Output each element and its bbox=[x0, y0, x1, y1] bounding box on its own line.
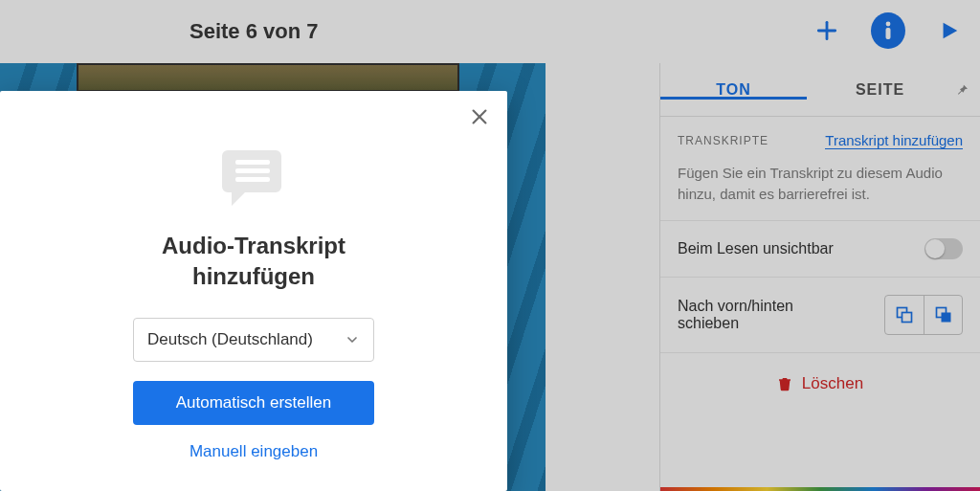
modal-title-line1: Audio-Transkript bbox=[162, 231, 345, 261]
play-button[interactable] bbox=[932, 13, 967, 48]
send-backward-button[interactable] bbox=[885, 296, 924, 334]
add-transcript-modal: Audio-Transkript hinzufügen Deutsch (Deu… bbox=[0, 91, 507, 491]
page-title: Seite 6 von 7 bbox=[189, 19, 319, 44]
language-select[interactable]: Deutsch (Deutschland) bbox=[133, 318, 374, 362]
modal-title-line2: hinzufügen bbox=[162, 261, 345, 292]
header-actions bbox=[810, 13, 967, 48]
media-thumbnail bbox=[77, 63, 459, 92]
svg-rect-8 bbox=[941, 312, 950, 322]
panel-tabs: TON SEITE bbox=[660, 63, 980, 117]
transcript-icon bbox=[220, 146, 287, 208]
add-button[interactable] bbox=[810, 13, 844, 48]
auto-create-button[interactable]: Automatisch erstellen bbox=[133, 381, 374, 425]
transcripts-label: TRANSKRIPTE bbox=[678, 134, 768, 147]
tab-audio[interactable]: TON bbox=[660, 81, 807, 99]
inspector-panel: TON SEITE TRANSKRIPTE Transkript hinzufü… bbox=[659, 63, 980, 491]
invisible-toggle-row: Beim Lesen unsichtbar bbox=[660, 221, 980, 278]
add-transcript-link[interactable]: Transkript hinzufügen bbox=[825, 132, 963, 149]
modal-close-button[interactable] bbox=[469, 106, 490, 131]
modal-title: Audio-Transkript hinzufügen bbox=[162, 231, 345, 293]
transcripts-section: TRANSKRIPTE Transkript hinzufügen Fügen … bbox=[660, 117, 980, 221]
manual-entry-button[interactable]: Manuell eingeben bbox=[189, 442, 318, 461]
svg-rect-3 bbox=[886, 28, 891, 39]
rainbow-divider bbox=[660, 487, 980, 491]
info-icon bbox=[882, 21, 894, 40]
reorder-row: Nach vorn/hinten schieben bbox=[660, 278, 980, 353]
plus-icon bbox=[814, 18, 839, 43]
svg-rect-11 bbox=[235, 160, 270, 165]
svg-rect-12 bbox=[235, 168, 270, 173]
invisible-toggle[interactable] bbox=[924, 238, 963, 259]
delete-label: Löschen bbox=[802, 374, 863, 393]
svg-point-2 bbox=[886, 22, 891, 27]
transcripts-hint: Fügen Sie ein Transkript zu diesem Audio… bbox=[678, 163, 963, 205]
pin-panel-button[interactable] bbox=[953, 82, 980, 98]
play-icon bbox=[939, 19, 960, 42]
bring-forward-button[interactable] bbox=[924, 296, 962, 334]
chevron-down-icon bbox=[345, 332, 360, 347]
delete-row: Löschen bbox=[660, 353, 980, 417]
bring-forward-icon bbox=[934, 305, 953, 324]
pin-icon bbox=[954, 82, 969, 98]
reorder-label: Nach vorn/hinten schieben bbox=[678, 298, 831, 332]
tab-page[interactable]: SEITE bbox=[807, 81, 953, 99]
trash-icon bbox=[777, 375, 792, 392]
svg-marker-4 bbox=[944, 23, 958, 39]
info-button[interactable] bbox=[871, 13, 905, 48]
reorder-buttons bbox=[884, 295, 963, 335]
app-header: Seite 6 von 7 bbox=[0, 0, 980, 63]
invisible-label: Beim Lesen unsichtbar bbox=[678, 240, 834, 257]
svg-rect-6 bbox=[902, 312, 912, 322]
send-backward-icon bbox=[895, 305, 914, 324]
svg-rect-13 bbox=[235, 177, 270, 182]
delete-button[interactable]: Löschen bbox=[777, 374, 863, 393]
info-circle-icon bbox=[871, 12, 905, 49]
language-selected-value: Deutsch (Deutschland) bbox=[147, 330, 313, 349]
close-icon bbox=[469, 106, 490, 127]
transcripts-header: TRANSKRIPTE Transkript hinzufügen bbox=[678, 132, 963, 149]
